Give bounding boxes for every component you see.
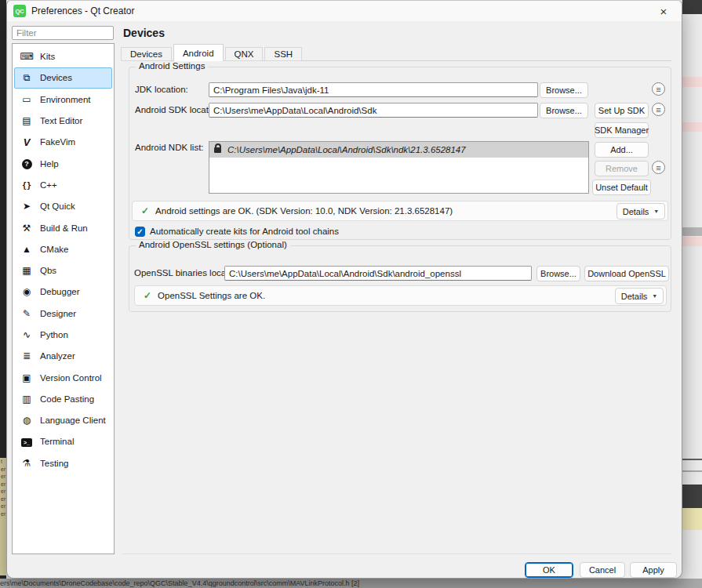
sidebar-item-help[interactable]: ?Help bbox=[14, 153, 112, 173]
background-dark-band bbox=[682, 0, 702, 14]
sidebar-item-qbs[interactable]: ▦Qbs bbox=[14, 260, 112, 281]
download-ndk-button[interactable]: ≡ bbox=[652, 161, 665, 174]
sidebar-item-fakevim[interactable]: VFakeVim bbox=[14, 132, 112, 152]
sdk-manager-button[interactable]: SDK Manager bbox=[595, 122, 649, 138]
sidebar-item-testing[interactable]: ⚗Testing bbox=[14, 453, 112, 474]
sidebar-item-qt-quick[interactable]: ➤Qt Quick bbox=[14, 196, 112, 216]
auto-kits-checkbox[interactable]: ✓ bbox=[135, 227, 145, 237]
sidebar-item-label: Qt Quick bbox=[40, 201, 75, 211]
sidebar-item-analyzer[interactable]: ≣Analyzer bbox=[14, 346, 112, 366]
sidebar-item-label: Help bbox=[40, 159, 59, 169]
qt-quick-icon: ➤ bbox=[20, 201, 34, 212]
android-status-frame: ✓ Android settings are OK. (SDK Version:… bbox=[132, 201, 668, 221]
download-openssl-button[interactable]: Download OpenSSL bbox=[584, 266, 669, 281]
sdk-location-input[interactable]: C:\Users\me\AppData\Local\Android\Sdk bbox=[209, 103, 538, 118]
sidebar-item-python[interactable]: ∿Python bbox=[14, 325, 112, 345]
sidebar-item-label: Python bbox=[40, 330, 68, 339]
sidebar-item-language-client[interactable]: ◍Language Client bbox=[14, 410, 112, 430]
sdk-browse-button[interactable]: Browse... bbox=[540, 103, 588, 118]
build-run-icon: ⚒ bbox=[20, 223, 34, 234]
ndk-list-item[interactable]: C:\Users\me\AppData\Local\Android\Sdk\nd… bbox=[209, 142, 588, 158]
sidebar-item-label: Devices bbox=[40, 73, 72, 82]
android-status-text: Android settings are OK. (SDK Version: 1… bbox=[155, 206, 453, 216]
version-control-icon: ▣ bbox=[20, 372, 34, 383]
fakevim-icon: V bbox=[20, 136, 34, 148]
ndk-list[interactable]: C:\Users\me\AppData\Local\Android\Sdk\nd… bbox=[209, 141, 589, 194]
globe-icon: ≡ bbox=[656, 163, 660, 172]
preferences-dialog: QC Preferences - Qt Creator × ⌨Kits⧉Devi… bbox=[6, 0, 682, 579]
tab-devices[interactable]: Devices bbox=[121, 47, 172, 61]
background-window-left-edge: tererererererer bbox=[0, 0, 6, 588]
sidebar-item-label: FakeVim bbox=[40, 137, 75, 147]
download-sdk-button[interactable]: ≡ bbox=[652, 103, 665, 116]
settings-category-list: ⌨Kits⧉Devices▭Environment▤Text EditorVFa… bbox=[12, 43, 115, 554]
sidebar-item-label: CMake bbox=[40, 245, 68, 254]
sidebar-item-designer[interactable]: ✎Designer bbox=[14, 303, 112, 324]
status-ok-icon: ✓ bbox=[141, 205, 149, 216]
tab-android[interactable]: Android bbox=[173, 44, 224, 61]
cancel-button[interactable]: Cancel bbox=[580, 562, 625, 578]
sidebar-item-text-editor[interactable]: ▤Text Editor bbox=[14, 111, 112, 131]
sidebar-item-label: Kits bbox=[40, 52, 55, 61]
android-settings-group-title: Android Settings bbox=[136, 61, 208, 71]
help-icon: ? bbox=[20, 158, 34, 169]
apply-button[interactable]: Apply bbox=[630, 562, 677, 578]
device-tabs: DevicesAndroidQNXSSH bbox=[121, 44, 304, 61]
openssl-status-text: OpenSSL Settings are OK. bbox=[158, 291, 265, 300]
chevron-down-icon: ▼ bbox=[653, 209, 659, 214]
scrollbar-mark bbox=[682, 77, 702, 87]
android-details-button[interactable]: Details ▼ bbox=[617, 203, 665, 220]
kits-icon: ⌨ bbox=[20, 51, 34, 62]
sidebar-item-kits[interactable]: ⌨Kits bbox=[14, 46, 112, 67]
scrollbar-mark bbox=[682, 227, 702, 236]
sidebar-item-environment[interactable]: ▭Environment bbox=[14, 89, 112, 110]
auto-kits-checkbox-label: Automatically create kits for Android to… bbox=[150, 227, 339, 236]
openssl-details-button[interactable]: Details ▼ bbox=[615, 288, 664, 304]
close-button[interactable]: × bbox=[649, 1, 678, 21]
background-divider bbox=[682, 470, 702, 472]
dialog-title: Preferences - Qt Creator bbox=[31, 1, 134, 21]
background-code-fragments: tererererererer bbox=[0, 458, 6, 575]
background-divider bbox=[682, 459, 702, 460]
globe-icon: ≡ bbox=[656, 85, 660, 94]
terminal-icon: >_ bbox=[20, 436, 34, 447]
ok-button[interactable]: OK bbox=[525, 562, 573, 578]
jdk-browse-button[interactable]: Browse... bbox=[540, 82, 588, 98]
sidebar-item-terminal[interactable]: >_Terminal bbox=[14, 431, 112, 452]
filter-input[interactable] bbox=[12, 26, 114, 40]
sidebar-item-c[interactable]: {}C++ bbox=[14, 175, 112, 195]
testing-icon: ⚗ bbox=[20, 458, 34, 469]
ndk-add-button[interactable]: Add... bbox=[595, 142, 649, 158]
dialog-titlebar[interactable]: QC Preferences - Qt Creator × bbox=[7, 1, 682, 21]
sidebar-item-build-run[interactable]: ⚒Build & Run bbox=[14, 217, 112, 238]
sidebar-item-devices[interactable]: ⧉Devices bbox=[14, 67, 112, 88]
debugger-icon: ◉ bbox=[20, 286, 34, 297]
jdk-location-input[interactable]: C:\Program Files\Java\jdk-11 bbox=[209, 82, 538, 97]
sidebar-item-version-control[interactable]: ▣Version Control bbox=[14, 367, 112, 387]
code-pasting-icon: ▥ bbox=[20, 394, 34, 405]
ndk-unset-default-button[interactable]: Unset Default bbox=[592, 180, 651, 195]
background-highlight-band bbox=[682, 508, 702, 530]
background-window-right-edge bbox=[682, 0, 702, 588]
text-editor-icon: ▤ bbox=[20, 115, 34, 126]
status-ok-icon: ✓ bbox=[144, 290, 151, 301]
ndk-remove-button: Remove bbox=[595, 161, 649, 176]
sidebar-item-label: Environment bbox=[40, 95, 91, 104]
tab-ssh[interactable]: SSH bbox=[264, 47, 302, 61]
sidebar-item-label: Text Editor bbox=[40, 116, 82, 125]
ndk-path: C:\Users\me\AppData\Local\Android\Sdk\nd… bbox=[227, 145, 466, 154]
openssl-location-input[interactable]: C:\Users\me\AppData\Local\Android\Sdk\an… bbox=[224, 266, 532, 281]
sidebar-item-label: Debugger bbox=[40, 287, 80, 296]
background-window-titlebar: ers\me\Documents\DroneCodebase\code_repo… bbox=[0, 579, 702, 588]
sidebar-item-debugger[interactable]: ◉Debugger bbox=[14, 281, 112, 302]
analyzer-icon: ≣ bbox=[20, 350, 34, 361]
openssl-browse-button[interactable]: Browse... bbox=[537, 266, 580, 281]
set-up-sdk-button[interactable]: Set Up SDK bbox=[595, 103, 649, 118]
sidebar-item-cmake[interactable]: ▲CMake bbox=[14, 239, 112, 260]
globe-icon: ≡ bbox=[656, 105, 660, 114]
sidebar-item-code-pasting[interactable]: ▥Code Pasting bbox=[14, 389, 112, 409]
tab-qnx[interactable]: QNX bbox=[225, 47, 264, 61]
qt-creator-app-icon: QC bbox=[13, 5, 26, 17]
screen: { "window": { "title": "Preferences - Qt… bbox=[0, 0, 702, 588]
download-jdk-button[interactable]: ≡ bbox=[652, 82, 665, 96]
